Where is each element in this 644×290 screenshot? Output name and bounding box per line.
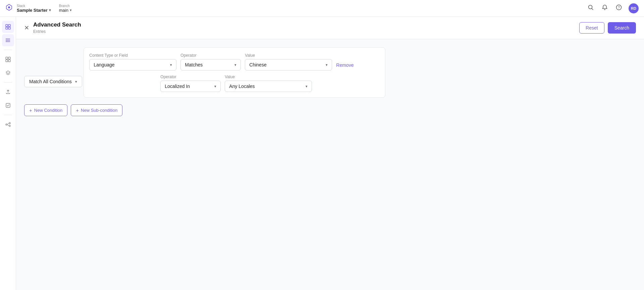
condition-row-1: Content Type or Field Language ▾ Operato… <box>89 53 380 70</box>
notification-button[interactable] <box>600 3 609 13</box>
svg-rect-6 <box>8 25 10 27</box>
match-all-dropdown[interactable]: Match All Conditions ▾ <box>24 76 82 87</box>
match-all-label: Match All Conditions <box>29 79 72 84</box>
svg-point-21 <box>9 123 10 124</box>
match-all-chevron-icon: ▾ <box>75 80 77 84</box>
sidebar-divider-3 <box>4 115 12 115</box>
svg-point-12 <box>6 39 6 39</box>
svg-point-20 <box>6 124 7 125</box>
branch-label: Branch <box>59 4 72 8</box>
sidebar-item-workflow[interactable] <box>2 118 14 131</box>
app-logo-icon[interactable] <box>5 4 13 13</box>
new-condition-button[interactable]: + New Condition <box>24 104 67 116</box>
stack-label: Stack <box>17 4 51 8</box>
value-select-1[interactable]: Chinese ▾ <box>245 59 332 70</box>
page-subtitle: Entries <box>33 29 46 34</box>
svg-text:?: ? <box>618 6 620 9</box>
svg-rect-16 <box>8 57 10 59</box>
value-value-1: Chinese <box>249 62 266 67</box>
sidebar-item-filter[interactable] <box>2 53 14 65</box>
stack-chevron-icon: ▾ <box>49 8 51 12</box>
sub-value-group: Value Any Locales ▾ <box>225 75 312 92</box>
sub-operator-select[interactable]: Localized In ▾ <box>160 81 221 92</box>
sub-operator-chevron-icon: ▾ <box>214 84 216 89</box>
content-type-chevron-icon: ▾ <box>170 63 172 67</box>
operator-group-1: Operator Matches ▾ <box>180 53 241 70</box>
branch-chevron-icon: ▾ <box>70 8 72 12</box>
branch-name[interactable]: main ▾ <box>59 8 72 13</box>
svg-rect-19 <box>6 103 10 107</box>
page-header: ✕ Advanced Search Entries Reset Search <box>16 17 644 39</box>
operator-chevron-icon-1: ▾ <box>234 63 236 67</box>
page-title: Advanced Search <box>33 21 81 28</box>
remove-button-1[interactable]: Remove <box>336 62 354 70</box>
svg-point-14 <box>6 41 6 42</box>
layout: ✕ Advanced Search Entries Reset Search M… <box>0 17 644 290</box>
sub-value-chevron-icon: ▾ <box>306 84 308 89</box>
svg-rect-5 <box>6 25 8 27</box>
svg-rect-17 <box>6 60 8 62</box>
sub-value-label: Value <box>225 75 312 79</box>
svg-rect-15 <box>6 57 8 59</box>
new-condition-plus-icon: + <box>29 107 32 113</box>
new-sub-condition-plus-icon: + <box>76 107 79 113</box>
topbar: Stack Sample Starter ▾ Branch main ▾ <box>0 0 644 17</box>
svg-point-1 <box>589 5 592 9</box>
value-label-1: Value <box>245 53 332 58</box>
stack-name[interactable]: Sample Starter ▾ <box>17 8 51 13</box>
content-type-value: Language <box>94 62 114 67</box>
search-button[interactable] <box>586 3 595 13</box>
sub-value-select[interactable]: Any Locales ▾ <box>225 81 312 92</box>
sidebar-item-layers[interactable] <box>2 67 14 79</box>
operator-value-1: Matches <box>185 62 203 67</box>
page-header-right: Reset Search <box>579 22 636 34</box>
sidebar-divider-1 <box>4 50 12 50</box>
condition-actions: + New Condition + New Sub-condition <box>24 104 636 116</box>
sidebar-item-list[interactable] <box>2 34 14 46</box>
svg-point-0 <box>8 6 10 8</box>
sidebar-item-upload[interactable] <box>2 86 14 98</box>
new-sub-condition-button[interactable]: + New Sub-condition <box>71 104 122 116</box>
topbar-left: Stack Sample Starter ▾ Branch main ▾ <box>5 4 72 13</box>
svg-line-2 <box>592 9 593 10</box>
value-group-1: Value Chinese ▾ <box>245 53 332 70</box>
main-content: ✕ Advanced Search Entries Reset Search M… <box>16 17 644 290</box>
sidebar-item-grid[interactable] <box>2 21 14 33</box>
sidebar <box>0 17 16 290</box>
search-submit-button[interactable]: Search <box>608 22 636 34</box>
sub-operator-label: Operator <box>160 75 221 79</box>
topbar-right: ? RD <box>586 3 639 13</box>
svg-rect-7 <box>6 27 8 29</box>
sub-value-value: Any Locales <box>229 84 255 89</box>
close-button[interactable]: ✕ <box>24 24 29 32</box>
operator-select-1[interactable]: Matches ▾ <box>180 59 241 70</box>
content-type-group: Content Type or Field Language ▾ <box>89 53 176 70</box>
svg-line-24 <box>7 125 9 126</box>
sub-operator-group: Operator Localized In ▾ <box>160 75 221 92</box>
operator-label-1: Operator <box>180 53 241 58</box>
svg-line-23 <box>7 124 9 125</box>
condition-sub-row-1: Operator Localized In ▾ Value Any Locale… <box>89 75 380 92</box>
value-chevron-icon-1: ▾ <box>326 63 328 67</box>
new-sub-condition-label: New Sub-condition <box>81 108 117 113</box>
reset-button[interactable]: Reset <box>579 22 604 34</box>
content-type-label: Content Type or Field <box>89 53 176 58</box>
sub-operator-value: Localized In <box>165 84 190 89</box>
sidebar-item-task[interactable] <box>2 99 14 111</box>
content-type-select[interactable]: Language ▾ <box>89 59 176 70</box>
svg-point-22 <box>9 125 10 127</box>
svg-rect-18 <box>8 60 10 62</box>
svg-rect-8 <box>8 27 10 29</box>
page-title-area: Advanced Search Entries <box>33 21 81 34</box>
new-condition-label: New Condition <box>34 108 63 113</box>
page-header-left: ✕ Advanced Search Entries <box>24 21 81 34</box>
sidebar-divider-2 <box>4 82 12 83</box>
help-button[interactable]: ? <box>614 3 623 13</box>
svg-point-13 <box>6 40 6 41</box>
search-content: Match All Conditions ▾ Content Type or F… <box>16 39 644 290</box>
avatar[interactable]: RD <box>629 3 639 13</box>
condition-card-1: Content Type or Field Language ▾ Operato… <box>84 47 385 98</box>
